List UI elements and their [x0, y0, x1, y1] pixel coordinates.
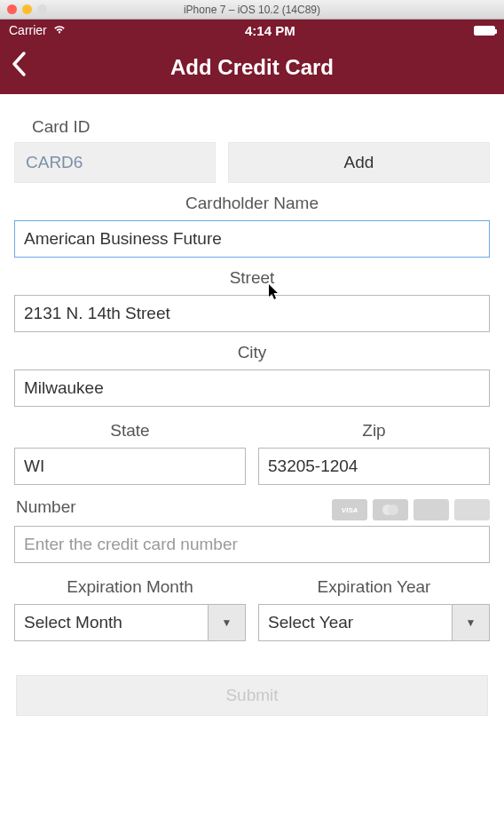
card-id-input[interactable] — [14, 142, 216, 183]
ios-status-bar: Carrier 4:14 PM — [0, 20, 504, 41]
amex-icon — [413, 499, 449, 520]
chevron-down-icon: ▼ — [208, 605, 245, 640]
cardholder-input[interactable] — [14, 220, 490, 258]
close-window-button[interactable] — [7, 4, 17, 14]
card-brand-icons: VISA — [332, 499, 490, 520]
simulator-titlebar: iPhone 7 – iOS 10.2 (14C89) — [0, 0, 504, 20]
exp-year-select[interactable]: Select Year ▼ — [258, 604, 490, 641]
card-id-label: Card ID — [14, 107, 490, 142]
exp-month-label: Expiration Month — [14, 567, 246, 604]
zip-label: Zip — [258, 410, 490, 448]
cardholder-label: Cardholder Name — [14, 183, 490, 220]
navigation-bar: Add Credit Card — [0, 41, 504, 94]
exp-month-select[interactable]: Select Month ▼ — [14, 604, 246, 641]
mastercard-icon — [373, 499, 408, 520]
card-number-input[interactable] — [14, 526, 490, 563]
simulator-title: iPhone 7 – iOS 10.2 (14C89) — [0, 4, 504, 16]
zoom-window-button[interactable] — [37, 4, 47, 14]
city-label: City — [14, 332, 490, 369]
add-button[interactable]: Add — [228, 142, 490, 183]
carrier-label: Carrier — [9, 23, 47, 37]
page-title: Add Credit Card — [0, 55, 504, 80]
visa-icon: VISA — [332, 499, 367, 520]
exp-year-value: Select Year — [259, 605, 452, 640]
back-button[interactable] — [11, 51, 27, 85]
window-controls[interactable] — [7, 4, 47, 14]
city-input[interactable] — [14, 369, 490, 407]
status-time: 4:14 PM — [245, 23, 295, 38]
exp-year-label: Expiration Year — [258, 567, 490, 604]
wifi-icon — [52, 23, 67, 37]
state-input[interactable] — [14, 448, 246, 485]
battery-icon — [474, 26, 495, 36]
chevron-down-icon: ▼ — [452, 605, 489, 640]
discover-icon — [454, 499, 490, 520]
submit-button[interactable]: Submit — [16, 675, 488, 716]
state-label: State — [14, 410, 246, 448]
exp-month-value: Select Month — [15, 605, 208, 640]
street-input[interactable] — [14, 295, 490, 332]
street-label: Street — [14, 258, 490, 295]
zip-input[interactable] — [258, 448, 490, 485]
minimize-window-button[interactable] — [22, 4, 32, 14]
svg-point-1 — [388, 504, 398, 515]
number-label: Number — [14, 487, 332, 520]
